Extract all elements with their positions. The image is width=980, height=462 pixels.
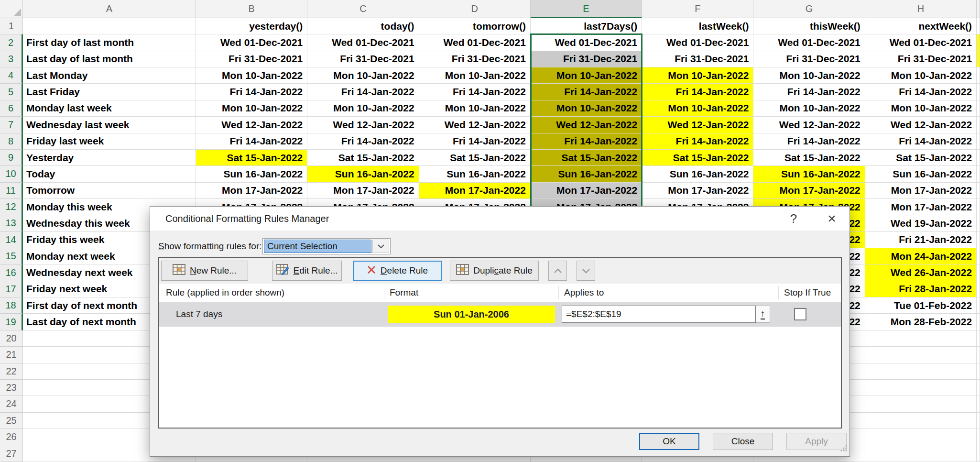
cell-H15[interactable]: Mon 24-Jan-2022 — [865, 248, 977, 264]
cell-A9[interactable]: Yesterday — [23, 150, 196, 166]
cell-E4[interactable]: Mon 10-Jan-2022 — [531, 67, 642, 84]
cell-G1[interactable]: thisWeek() — [753, 18, 865, 34]
row-header-14[interactable]: 14 — [0, 232, 23, 248]
cell-H25[interactable] — [865, 413, 977, 429]
row-header-6[interactable]: 6 — [0, 100, 23, 117]
move-rule-up-button[interactable] — [548, 261, 567, 281]
cell-H9[interactable]: Sat 15-Jan-2022 — [865, 150, 977, 166]
cell-G8[interactable]: Fri 14-Jan-2022 — [753, 133, 865, 150]
cell-C9[interactable]: Sat 15-Jan-2022 — [307, 150, 419, 166]
cell-H1[interactable]: nextWeek() — [865, 18, 977, 34]
cell-partial-right-25[interactable] — [977, 413, 980, 429]
row-header-4[interactable]: 4 — [0, 67, 23, 84]
cell-F2[interactable]: Wed 01-Dec-2021 — [642, 34, 753, 51]
cell-E11[interactable]: Mon 17-Jan-2022 — [531, 183, 642, 199]
cell-F9[interactable]: Sat 15-Jan-2022 — [642, 150, 753, 166]
ok-button[interactable]: OK — [639, 433, 699, 450]
cell-D8[interactable]: Fri 14-Jan-2022 — [419, 133, 531, 150]
cell-A4[interactable]: Last Monday — [23, 67, 196, 84]
cell-H8[interactable]: Fri 14-Jan-2022 — [865, 133, 977, 150]
cell-E5[interactable]: Fri 14-Jan-2022 — [531, 84, 642, 100]
cell-G10[interactable]: Sun 16-Jan-2022 — [753, 166, 865, 182]
cell-C8[interactable]: Fri 14-Jan-2022 — [307, 133, 419, 150]
cell-H23[interactable] — [865, 380, 977, 396]
cell-B8[interactable]: Fri 14-Jan-2022 — [196, 133, 307, 150]
cell-partial-right-18[interactable] — [977, 297, 980, 314]
cell-A3[interactable]: Last day of last month — [23, 51, 196, 67]
cell-A11[interactable]: Tomorrow — [23, 183, 196, 199]
cell-H21[interactable] — [865, 347, 977, 363]
row-header-7[interactable]: 7 — [0, 117, 23, 133]
cell-B11[interactable]: Mon 17-Jan-2022 — [196, 183, 307, 199]
cell-F4[interactable]: Mon 10-Jan-2022 — [642, 67, 753, 84]
cell-partial-right-5[interactable] — [977, 84, 980, 100]
row-header-20[interactable]: 20 — [0, 330, 23, 347]
cell-partial-right-19[interactable] — [977, 314, 980, 330]
cell-H11[interactable]: Mon 17-Jan-2022 — [865, 183, 977, 199]
cell-D7[interactable]: Wed 12-Jan-2022 — [419, 117, 531, 133]
row-header-13[interactable]: 13 — [0, 215, 23, 231]
cell-F8[interactable]: Fri 14-Jan-2022 — [642, 133, 753, 150]
cell-A6[interactable]: Monday last week — [23, 100, 196, 117]
cell-F1[interactable]: lastWeek() — [642, 18, 753, 34]
cell-E8[interactable]: Fri 14-Jan-2022 — [531, 133, 642, 150]
cell-G3[interactable]: Fri 31-Dec-2021 — [753, 51, 865, 67]
cell-H2[interactable]: Wed 01-Dec-2021 — [865, 34, 977, 51]
cell-H12[interactable]: Mon 17-Jan-2022 — [865, 199, 977, 215]
cell-H3[interactable]: Fri 31-Dec-2021 — [865, 51, 977, 67]
cell-A10[interactable]: Today — [23, 166, 196, 182]
cell-H20[interactable] — [865, 330, 977, 347]
cell-C7[interactable]: Wed 12-Jan-2022 — [307, 117, 419, 133]
cell-H22[interactable] — [865, 363, 977, 380]
cell-partial-right-2[interactable] — [977, 34, 980, 51]
rules-scope-dropdown[interactable]: Current Selection — [262, 238, 391, 254]
cell-H14[interactable]: Fri 21-Jan-2022 — [865, 232, 977, 248]
cell-E6[interactable]: Mon 10-Jan-2022 — [531, 100, 642, 117]
column-header-G[interactable]: G — [753, 0, 865, 18]
cell-partial-right-21[interactable] — [977, 347, 980, 363]
cell-B2[interactable]: Wed 01-Dec-2021 — [196, 34, 307, 51]
select-all-corner[interactable] — [0, 0, 23, 18]
cell-partial-right-22[interactable] — [977, 363, 980, 380]
cell-B3[interactable]: Fri 31-Dec-2021 — [196, 51, 307, 67]
cell-E2[interactable]: Wed 01-Dec-2021 — [531, 34, 642, 51]
applies-to-input[interactable]: =$E$2:$E$19 — [562, 306, 756, 323]
cell-G11[interactable]: Mon 17-Jan-2022 — [753, 183, 865, 199]
cell-D11[interactable]: Mon 17-Jan-2022 — [419, 183, 531, 199]
cell-partial-right-24[interactable] — [977, 396, 980, 412]
row-header-18[interactable]: 18 — [0, 297, 23, 314]
cell-D9[interactable]: Sat 15-Jan-2022 — [419, 150, 531, 166]
collapse-dialog-button[interactable]: ↑ — [756, 306, 770, 323]
cell-D6[interactable]: Mon 10-Jan-2022 — [419, 100, 531, 117]
cell-H17[interactable]: Fri 28-Jan-2022 — [865, 281, 977, 297]
cell-C2[interactable]: Wed 01-Dec-2021 — [307, 34, 419, 51]
new-rule-button[interactable]: New Rule... — [161, 261, 248, 281]
cell-B10[interactable]: Sun 16-Jan-2022 — [196, 166, 307, 182]
row-header-26[interactable]: 26 — [0, 429, 23, 445]
cell-D1[interactable]: tomorrow() — [419, 18, 531, 34]
cell-partial-right-26[interactable] — [977, 429, 980, 445]
cell-G9[interactable]: Sat 15-Jan-2022 — [753, 150, 865, 166]
cell-G4[interactable]: Mon 10-Jan-2022 — [753, 67, 865, 84]
cell-partial-right-16[interactable] — [977, 264, 980, 281]
column-header-H[interactable]: H — [865, 0, 977, 18]
cell-H27[interactable] — [865, 445, 977, 462]
cell-partial-right-7[interactable] — [977, 117, 980, 133]
delete-rule-button[interactable]: Delete Rule — [353, 261, 442, 281]
cell-H13[interactable]: Wed 19-Jan-2022 — [865, 215, 977, 231]
column-header-B[interactable]: B — [196, 0, 307, 18]
cell-G2[interactable]: Wed 01-Dec-2021 — [753, 34, 865, 51]
cell-F11[interactable]: Mon 17-Jan-2022 — [642, 183, 753, 199]
cell-partial-right-4[interactable] — [977, 67, 980, 84]
column-header-D[interactable]: D — [419, 0, 531, 18]
cell-partial-right-10[interactable] — [977, 166, 980, 182]
cell-partial-right-6[interactable] — [977, 100, 980, 117]
cell-H18[interactable]: Tue 01-Feb-2022 — [865, 297, 977, 314]
row-header-16[interactable]: 16 — [0, 264, 23, 281]
row-header-27[interactable]: 27 — [0, 445, 23, 462]
cell-partial-right-11[interactable] — [977, 183, 980, 199]
cell-partial-right-9[interactable] — [977, 150, 980, 166]
cell-partial-right-27[interactable] — [977, 445, 980, 462]
cell-F10[interactable]: Sun 16-Jan-2022 — [642, 166, 753, 182]
cell-H6[interactable]: Mon 10-Jan-2022 — [865, 100, 977, 117]
